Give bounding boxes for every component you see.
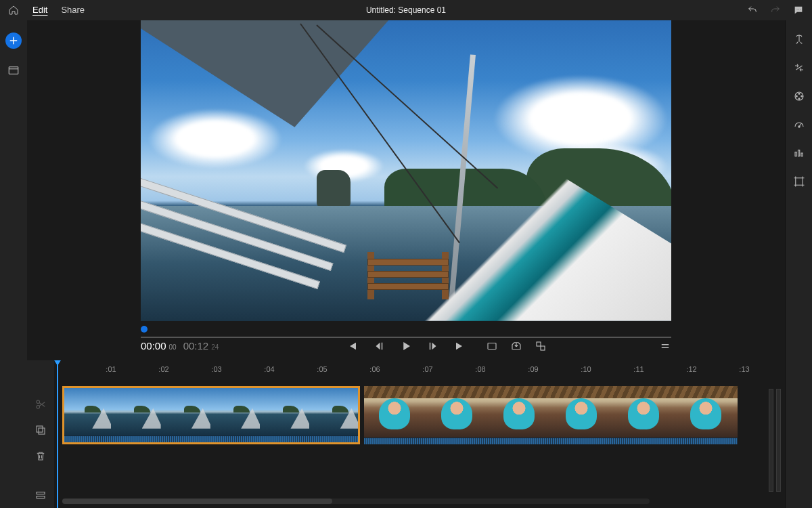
scissors-icon[interactable] — [34, 398, 47, 410]
clip-2-audio-waveform — [364, 438, 738, 444]
svg-rect-5 — [537, 342, 541, 346]
goto-end-icon[interactable] — [454, 340, 466, 352]
color-icon[interactable] — [792, 89, 806, 103]
svg-rect-3 — [9, 67, 18, 75]
transport-bar: 00:00 00 00:12 24 — [141, 335, 671, 360]
timeline-toolbar — [27, 360, 54, 508]
center-column: 00:00 00 00:12 24 — [27, 20, 785, 508]
ruler-tick: :05 — [317, 365, 327, 373]
left-rail — [0, 20, 27, 508]
svg-rect-10 — [39, 428, 45, 434]
svg-rect-4 — [488, 343, 496, 349]
export-frame-icon[interactable] — [510, 340, 522, 352]
svg-rect-6 — [541, 346, 545, 350]
timecode: 00:00 00 00:12 24 — [141, 340, 219, 352]
timecode-current: 00:00 — [141, 340, 166, 352]
timeline-scrollbar[interactable] — [62, 499, 650, 504]
step-back-icon[interactable] — [373, 340, 385, 352]
svg-point-15 — [800, 96, 802, 97]
project-panel-button[interactable] — [7, 64, 20, 77]
timeline-tracks-area[interactable]: :01:02:03:04:05:06:07:08:09:10:11:12:13:… — [54, 360, 785, 508]
view-options-icon[interactable] — [535, 340, 547, 352]
svg-point-16 — [798, 98, 800, 100]
goto-start-icon[interactable] — [346, 340, 358, 352]
ruler-tick: :06 — [369, 365, 380, 373]
svg-point-1 — [798, 9, 799, 9]
clip-2-people[interactable] — [364, 386, 738, 444]
svg-point-17 — [796, 96, 797, 97]
clip-1-audio-waveform — [64, 436, 358, 442]
timecode-duration-frames: 24 — [211, 343, 219, 351]
feedback-icon[interactable] — [793, 5, 804, 16]
timeline-menu-icon[interactable] — [659, 340, 671, 352]
audio-icon[interactable] — [792, 146, 806, 160]
playhead[interactable] — [57, 360, 58, 508]
svg-rect-19 — [795, 152, 796, 156]
right-rail — [785, 20, 812, 508]
play-icon[interactable] — [400, 340, 412, 352]
main-area: 00:00 00 00:12 24 — [0, 20, 812, 508]
preview-video[interactable] — [141, 20, 671, 321]
timecode-duration: 00:12 — [183, 340, 209, 352]
track-options-icon[interactable] — [34, 489, 47, 501]
program-monitor: 00:00 00 00:12 24 — [27, 20, 785, 360]
timeline-scrollbar-thumb[interactable] — [62, 499, 332, 504]
timecode-current-frames: 00 — [169, 343, 177, 351]
fullscreen-icon[interactable] — [486, 340, 498, 352]
preview-scrubber[interactable] — [141, 324, 671, 335]
menu-share[interactable]: Share — [61, 5, 85, 15]
duplicate-icon[interactable] — [34, 424, 47, 436]
ruler-tick: :12 — [686, 365, 696, 373]
ruler-tick: :02 — [158, 365, 168, 373]
delete-icon[interactable] — [34, 450, 47, 462]
ruler-tick: :08 — [475, 365, 485, 373]
undo-icon[interactable] — [747, 5, 758, 16]
ruler-tick: :10 — [581, 365, 591, 373]
svg-point-18 — [798, 126, 799, 127]
ruler-tick: :13 — [739, 365, 749, 373]
audio-meters — [769, 389, 781, 492]
ruler-tick: :07 — [422, 365, 432, 373]
titles-icon[interactable] — [792, 33, 806, 46]
svg-point-2 — [800, 9, 800, 9]
clip-1-boat[interactable] — [62, 386, 360, 444]
svg-rect-22 — [795, 178, 803, 186]
svg-rect-20 — [798, 150, 799, 156]
timeline: :01:02:03:04:05:06:07:08:09:10:11:12:13:… — [27, 360, 785, 508]
svg-point-14 — [798, 93, 800, 94]
speed-icon[interactable] — [792, 118, 806, 131]
video-track-1[interactable] — [54, 386, 785, 444]
ruler-tick: :09 — [528, 365, 538, 373]
add-media-button[interactable] — [5, 33, 22, 49]
ruler-tick: :11 — [633, 365, 644, 373]
svg-rect-21 — [801, 153, 803, 156]
svg-rect-11 — [37, 492, 45, 494]
ruler-tick: :04 — [264, 365, 274, 373]
transitions-icon[interactable] — [792, 61, 806, 75]
time-ruler[interactable]: :01:02:03:04:05:06:07:08:09:10:11:12:13:… — [54, 360, 785, 378]
svg-rect-12 — [37, 496, 45, 498]
home-icon[interactable] — [8, 5, 19, 16]
svg-point-0 — [796, 9, 797, 9]
redo-icon[interactable] — [770, 5, 781, 16]
menu-edit[interactable]: Edit — [32, 5, 47, 15]
step-forward-icon[interactable] — [427, 340, 439, 352]
transform-icon[interactable] — [792, 175, 806, 188]
ruler-tick: :03 — [211, 365, 221, 373]
svg-rect-9 — [37, 426, 43, 432]
document-title: Untitled: Sequence 01 — [366, 5, 446, 15]
ruler-tick: :01 — [106, 365, 116, 373]
top-bar: Edit Share Untitled: Sequence 01 — [0, 0, 812, 20]
